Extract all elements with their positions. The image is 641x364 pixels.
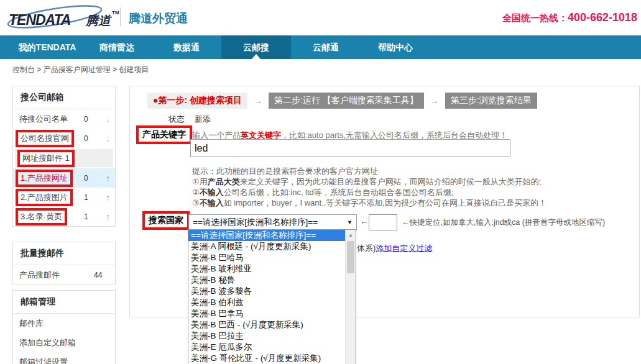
sidebar-item[interactable]: 邮件库	[13, 314, 115, 333]
tip-line: ②不输入公司名后缀，比如:inc, ltd等，系统后台自动组合各国公司名后缀;	[192, 187, 546, 198]
sidebar-item-label: 邮件库	[19, 318, 110, 329]
tip-line: 提示：此功能的目的是搜索符合要求的客户官方网址	[192, 166, 546, 176]
select-caret-icon: ▼	[347, 215, 353, 230]
country-option[interactable]: ==请选择国家[按洲和名称排序]==	[188, 230, 345, 241]
quick-locate-input[interactable]	[369, 214, 397, 230]
sidebar-item[interactable]: 产品搜邮件 44	[13, 265, 115, 284]
tip-post: 来定义关键字，因为此功能目的是搜客户网站，而网站介绍的时候一般从大类开始的;	[240, 177, 542, 186]
nav-tab-label: 商情雷达	[99, 42, 134, 52]
sidebar-item[interactable]: 待搜公司名单 0 ↓	[13, 109, 115, 129]
country-select[interactable]: ==请选择国家[按洲和名称排序]== ▼	[188, 214, 357, 230]
hotline: 全国统一热线：400-662-1018	[502, 11, 637, 24]
sidebar-item-label: 2.产品搜图片	[16, 189, 73, 206]
logo-text: TENDATA	[9, 12, 70, 29]
arrow-right-icon: →	[254, 96, 262, 106]
sidebar-item-count: 1	[84, 193, 100, 202]
country-option[interactable]: 美洲-B 伯利兹	[188, 297, 345, 308]
breadcrumb[interactable]: 控制台 > 产品搜客户网址管理 > 创建项目	[12, 65, 149, 75]
product-name: 腾道外贸通	[129, 11, 188, 27]
nav-tab[interactable]: 数据通	[152, 35, 221, 59]
country-option[interactable]: 美洲-B 巴哈马	[188, 252, 345, 263]
country-option[interactable]: 美洲-B 秘鲁	[188, 275, 345, 286]
nav-tab-label: 云邮搜	[243, 42, 269, 52]
sidebar-item-count: 1	[84, 212, 100, 221]
status-label: 状态	[168, 114, 185, 124]
scroll-up-icon[interactable]: ▲	[346, 230, 356, 240]
sort-arrow-icon: ↑	[100, 212, 110, 222]
tip-pre: ①用	[192, 177, 208, 186]
nav-tab[interactable]: 云邮搜	[221, 35, 291, 59]
step-2-badge: 第二步:运行 【客户端搜索采集工具】	[269, 93, 424, 109]
sidebar-section-title: 批量搜邮件	[13, 242, 115, 265]
tip-pre: ③	[192, 198, 200, 207]
country-option[interactable]: 美洲-G 哥伦比亚 - (√月度更新采集)	[188, 353, 345, 364]
sidebar-item[interactable]: 3.名录·黄页 1 ↑	[13, 207, 115, 226]
tip-line: ①用产品大类来定义关键字，因为此功能目的是搜客户网站，而网站介绍的时候一般从大类…	[192, 176, 546, 187]
nav-tab[interactable]: 我的TENDATA	[12, 35, 82, 59]
nav-tab-label: 我的TENDATA	[19, 42, 76, 52]
sidebar-section-title: 搜公司邮箱	[13, 86, 115, 109]
add-custom-filter-link[interactable]: 添加自定义过滤	[376, 243, 432, 253]
sidebar-item[interactable]: 2.产品搜图片 1 ↑	[13, 188, 115, 207]
sidebar-item-count: 0	[84, 174, 100, 183]
sidebar-item[interactable]: 1.产品搜网址 0 ↑	[13, 168, 115, 188]
nav-tab[interactable]: 帮助中心	[361, 35, 430, 59]
nav-tab[interactable]: 云邮通	[291, 35, 361, 59]
wizard-steps: ●第一步: 创建搜索项目 → 第二步:运行 【客户端搜索采集工具】 → 第三步:…	[147, 93, 537, 109]
sidebar-list: 待搜公司名单 0 ↓ 公司名搜官网 0 ↓ 网址搜邮件 1 1.产品搜网址	[13, 109, 115, 226]
sidebar-item-count: 0	[84, 134, 100, 143]
tip-line: ③不输入如 importer，buyer，I want..等关键字不添加,因为很…	[192, 198, 546, 208]
logo-cn-text: 腾道	[86, 12, 111, 29]
keyword-label: 产品关键字	[136, 125, 192, 144]
sidebar-item-count: 0	[84, 115, 100, 124]
sidebar-item-count: 44	[94, 271, 110, 280]
country-option[interactable]: 美洲-B 巴西 - (√月度更新采集)	[188, 319, 345, 330]
hint-post: ，比如:auto parts,无需输入公司名后缀，系统后台会自动处理！	[281, 130, 507, 140]
scrollbar-thumb[interactable]	[347, 241, 354, 273]
sidebar-item[interactable]: 网址搜邮件 1	[15, 149, 113, 167]
sort-arrow-icon: ↑	[100, 193, 110, 202]
tip-post: 如 importer，buyer，I want..等关键字不添加,因为很少有公司…	[224, 198, 546, 207]
sidebar-item[interactable]: 添加自定义邮箱	[13, 333, 115, 352]
top-header: TENDATA 腾道 TM 腾道外贸通 全国统一热线：400-662-1018	[0, 0, 641, 35]
arrow-right-icon: →	[430, 96, 439, 106]
country-option[interactable]: 美洲-B 巴拿马	[188, 308, 345, 319]
sidebar-item-label: 网址搜邮件 1	[17, 150, 75, 167]
country-option[interactable]: 美洲-E 厄瓜多尔	[188, 342, 345, 353]
sidebar-item-label: 1.产品搜网址	[16, 170, 73, 187]
sort-arrow-icon: ↓	[100, 134, 110, 143]
sidebar-item-label: 添加自定义邮箱	[19, 337, 110, 348]
sort-arrow-icon: ↓	[100, 114, 110, 124]
tips-block: 提示：此功能的目的是搜索符合要求的客户官方网址 ①用产品大类来定义关键字，因为此…	[192, 166, 546, 208]
tip-bold: 不输入	[200, 188, 224, 197]
nav-tab-label: 云邮通	[313, 42, 339, 52]
sidebar-item-label: 3.名录·黄页	[16, 208, 67, 225]
sidebar-list: 产品搜邮件 44	[13, 265, 115, 284]
tip-pre: ②	[192, 188, 200, 197]
filter-link-line: 体系)添加自定义过滤	[357, 243, 432, 254]
hotline-number: 400-662-1018	[568, 11, 637, 24]
dropdown-scrollbar[interactable]: ▲	[345, 230, 356, 364]
sidebar-list: 邮件库 添加自定义邮箱 邮箱过滤设置	[13, 314, 115, 364]
country-label: 搜索国家	[142, 211, 190, 230]
status-line: 状态 新添	[168, 114, 211, 125]
sidebar-item[interactable]: 邮箱过滤设置	[13, 352, 115, 364]
tip-post: 公司名后缀，比如:inc, ltd等，系统后台自动组合各国公司名后缀;	[224, 188, 454, 197]
logo-trademark: TM	[112, 10, 119, 16]
tendata-logo: TENDATA 腾道 TM	[5, 4, 123, 32]
country-option[interactable]: 美洲-A 阿根廷 - (√月度更新采集)	[188, 241, 345, 252]
keyword-input[interactable]	[190, 139, 510, 157]
sidebar-section-batch-email: 批量搜邮件 产品搜邮件 44	[12, 242, 116, 285]
nav-tab[interactable]: 商情雷达	[82, 35, 152, 59]
tip-bold: 不输入	[200, 198, 224, 207]
country-option[interactable]: 美洲-B 巴拉圭	[188, 330, 345, 342]
step-1-badge: ●第一步: 创建搜索项目	[147, 93, 247, 109]
country-option[interactable]: 美洲-B 波多黎各	[188, 286, 345, 297]
partial-text: 体系)	[357, 243, 376, 253]
hint-pre: 输入一个产品	[192, 130, 241, 140]
sort-arrow-icon: ↑	[100, 173, 110, 183]
country-dropdown-list: ==请选择国家[按洲和名称排序]== 美洲-A 阿根廷 - (√月度更新采集) …	[188, 229, 356, 364]
sidebar-section-search-company-email: 搜公司邮箱 待搜公司名单 0 ↓ 公司名搜官网 0 ↓ 网址搜邮件 1	[12, 86, 116, 227]
country-option[interactable]: 美洲-B 玻利维亚	[188, 263, 345, 275]
sidebar-item[interactable]: 公司名搜官网 0 ↓	[13, 129, 115, 148]
